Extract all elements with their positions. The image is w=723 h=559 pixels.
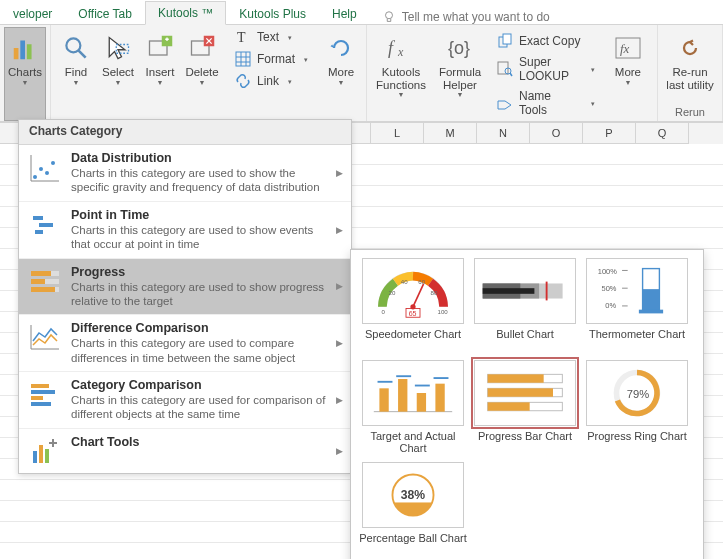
svg-rect-74 bbox=[398, 379, 407, 412]
tag-icon bbox=[497, 95, 513, 111]
tab-kutools-plus[interactable]: Kutools Plus bbox=[226, 2, 319, 25]
svg-text:f: f bbox=[388, 38, 396, 58]
rerun-button[interactable]: Re-run last utility bbox=[662, 27, 718, 92]
progress-icon bbox=[29, 265, 61, 297]
tab-help[interactable]: Help bbox=[319, 2, 370, 25]
super-lookup-label: Super LOOKUP bbox=[519, 55, 582, 83]
fx-icon: fx bbox=[385, 32, 417, 64]
tab-kutools[interactable]: Kutools ™ bbox=[145, 1, 226, 25]
svg-rect-45 bbox=[39, 445, 43, 463]
column-header[interactable]: L bbox=[371, 123, 424, 144]
svg-text:100: 100 bbox=[438, 308, 449, 315]
category-chart-tools[interactable]: Chart Tools ▶ bbox=[19, 429, 351, 473]
kutools-functions-button[interactable]: fx Kutools Functions ▼ bbox=[371, 27, 431, 121]
svg-rect-42 bbox=[31, 396, 43, 400]
chart-option-label: Bullet Chart bbox=[496, 328, 553, 354]
find-label: Find bbox=[65, 66, 87, 79]
dropdown-caret-icon: ▾ bbox=[288, 78, 292, 85]
category-desc: Charts in this category are used to comp… bbox=[71, 336, 331, 365]
chart-option-label: Progress Ring Chart bbox=[587, 430, 687, 456]
svg-rect-61 bbox=[546, 282, 548, 301]
tab-developer[interactable]: veloper bbox=[0, 2, 65, 25]
braces-icon: {ο} bbox=[444, 32, 476, 64]
category-desc: Charts in this category are used to show… bbox=[71, 166, 331, 195]
svg-point-28 bbox=[39, 167, 43, 171]
category-data-distribution[interactable]: Data DistributionCharts in this category… bbox=[19, 145, 351, 202]
percentage-ball-chart-option[interactable]: 38% Percentage Ball Chart bbox=[357, 460, 469, 559]
dropdown-caret-icon: ▾ bbox=[304, 56, 308, 63]
link-label: Link bbox=[257, 74, 279, 88]
tab-office-tab[interactable]: Office Tab bbox=[65, 2, 145, 25]
progress-ring-thumb: 79% bbox=[586, 360, 688, 426]
more-button[interactable]: More ▼ bbox=[320, 27, 362, 121]
submenu-arrow-icon: ▶ bbox=[336, 338, 343, 348]
tell-me-search[interactable]: Tell me what you want to do bbox=[370, 10, 550, 24]
chart-option-label: Percentage Ball Chart bbox=[359, 532, 467, 558]
name-tools-button[interactable]: Name Tools▾ bbox=[495, 87, 597, 119]
ribbon: Charts ▼ Find ▼ Select ▼ Insert ▼ bbox=[0, 25, 723, 122]
submenu-arrow-icon: ▶ bbox=[336, 446, 343, 456]
link-button[interactable]: Link▾ bbox=[233, 71, 310, 91]
percentage-ball-thumb: 38% bbox=[362, 462, 464, 528]
charts-category-panel: Charts Category Data DistributionCharts … bbox=[18, 119, 352, 474]
svg-point-29 bbox=[45, 171, 49, 175]
dropdown-caret-icon: ▼ bbox=[338, 79, 345, 86]
delete-label: Delete bbox=[185, 66, 218, 79]
svg-text:{ο}: {ο} bbox=[448, 38, 470, 58]
column-header[interactable]: Q bbox=[636, 123, 689, 144]
text-button[interactable]: T Text▾ bbox=[233, 27, 310, 47]
formula-helper-button[interactable]: {ο} Formula Helper ▼ bbox=[431, 27, 489, 121]
dropdown-caret-icon: ▾ bbox=[288, 34, 292, 41]
progress-charts-flyout: 020 4060 80100 65 Speedometer Chart bbox=[350, 249, 704, 559]
category-difference-comparison[interactable]: Difference ComparisonCharts in this cate… bbox=[19, 315, 351, 372]
lightbulb-icon bbox=[382, 10, 396, 24]
column-header[interactable]: P bbox=[583, 123, 636, 144]
dropdown-caret-icon: ▾ bbox=[591, 100, 595, 107]
svg-point-27 bbox=[33, 175, 37, 179]
column-header[interactable]: O bbox=[530, 123, 583, 144]
format-button[interactable]: Format▾ bbox=[233, 49, 310, 69]
category-category-comparison[interactable]: Category ComparisonCharts in this catego… bbox=[19, 372, 351, 429]
svg-rect-41 bbox=[31, 390, 55, 394]
thermometer-chart-option[interactable]: 100% 50% 0% Thermometer Chart bbox=[581, 256, 693, 358]
dropdown-caret-icon: ▼ bbox=[199, 79, 206, 86]
speedometer-thumb: 020 4060 80100 65 bbox=[362, 258, 464, 324]
chart-option-label: Speedometer Chart bbox=[365, 328, 461, 354]
super-lookup-button[interactable]: Super LOOKUP▾ bbox=[495, 53, 597, 85]
functions-label: Kutools Functions bbox=[373, 66, 429, 91]
helper-label: Formula Helper bbox=[434, 66, 486, 91]
format-label: Format bbox=[257, 52, 295, 66]
target-actual-chart-option[interactable]: Target and Actual Chart bbox=[357, 358, 469, 460]
find-button[interactable]: Find ▼ bbox=[55, 27, 97, 121]
column-header[interactable]: M bbox=[424, 123, 477, 144]
charts-button[interactable]: Charts ▼ bbox=[4, 27, 46, 121]
fx-box-icon: fx bbox=[612, 32, 644, 64]
category-progress[interactable]: ProgressCharts in this category are used… bbox=[19, 259, 351, 316]
timeline-icon bbox=[29, 208, 61, 240]
svg-text:40: 40 bbox=[401, 278, 408, 285]
insert-label: Insert bbox=[146, 66, 175, 79]
column-header[interactable]: N bbox=[477, 123, 530, 144]
svg-rect-40 bbox=[31, 384, 49, 388]
exact-copy-label: Exact Copy bbox=[519, 34, 580, 48]
dropdown-caret-icon: ▼ bbox=[624, 79, 631, 86]
more-formula-button[interactable]: fx More ▼ bbox=[603, 27, 653, 121]
category-title: Chart Tools bbox=[71, 435, 331, 449]
delete-button[interactable]: Delete ▼ bbox=[181, 27, 223, 121]
svg-rect-76 bbox=[417, 393, 426, 412]
category-point-in-time[interactable]: Point in TimeCharts in this category are… bbox=[19, 202, 351, 259]
bullet-chart-option[interactable]: Bullet Chart bbox=[469, 256, 581, 358]
select-button[interactable]: Select ▼ bbox=[97, 27, 139, 121]
progress-ring-chart-option[interactable]: 79% Progress Ring Chart bbox=[581, 358, 693, 460]
category-desc: Charts in this category are used for com… bbox=[71, 393, 331, 422]
svg-rect-81 bbox=[488, 374, 544, 382]
insert-button[interactable]: Insert ▼ bbox=[139, 27, 181, 121]
progress-bar-chart-option[interactable]: Progress Bar Chart bbox=[469, 358, 581, 460]
spreadsheet-area: L M N O P Q Charts Category Data Distrib… bbox=[0, 122, 723, 559]
tools-icon bbox=[29, 435, 61, 467]
link-icon bbox=[235, 73, 251, 89]
speedometer-chart-option[interactable]: 020 4060 80100 65 Speedometer Chart bbox=[357, 256, 469, 358]
svg-rect-78 bbox=[435, 384, 444, 412]
exact-copy-button[interactable]: Exact Copy bbox=[495, 31, 597, 51]
svg-text:65: 65 bbox=[409, 310, 417, 317]
